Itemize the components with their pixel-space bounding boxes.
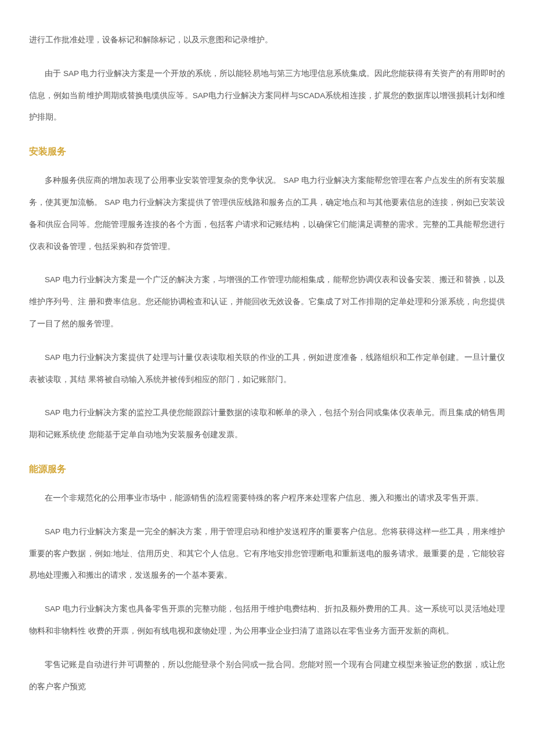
intro-paragraph-2: 由于 SAP 电力行业解决方案是一个开放的系统，所以能轻易地与第三方地理信息系统… xyxy=(29,63,505,128)
section-heading-install: 安装服务 xyxy=(29,146,505,158)
energy-paragraph-1: 在一个非规范化的公用事业市场中，能源销售的流程需要特殊的客户程序来处理客户信息、… xyxy=(29,487,505,509)
install-paragraph-1: 多种服务供应商的增加表现了公用事业安装管理复杂的竞争状况。 SAP 电力行业解决… xyxy=(29,170,505,257)
install-paragraph-3: SAP 电力行业解决方案提供了处理与计量仪表读取相关联的作业的工具，例如进度准备… xyxy=(29,347,505,391)
install-paragraph-4: SAP 电力行业解决方案的监控工具使您能跟踪计量数据的读取和帐单的录入，包括个别… xyxy=(29,402,505,446)
intro-paragraph-1: 进行工作批准处理，设备标记和解除标记，以及示意图和记录维护。 xyxy=(29,29,505,51)
install-paragraph-2: SAP 电力行业解决方案是一个广泛的解决方案，与增强的工作管理功能相集成，能帮您… xyxy=(29,269,505,334)
energy-paragraph-4: 零售记账是自动进行并可调整的，所以您能登录个别合同或一批合同。您能对照一个现有合… xyxy=(29,654,505,698)
energy-paragraph-3: SAP 电力行业解决方案也具备零售开票的完整功能，包括用于维护电费结构、折扣及额… xyxy=(29,598,505,642)
energy-paragraph-2: SAP 电力行业解决方案是一完全的解决方案，用于管理启动和维护发送程序的重要客户… xyxy=(29,521,505,586)
section-heading-energy: 能源服务 xyxy=(29,463,505,476)
